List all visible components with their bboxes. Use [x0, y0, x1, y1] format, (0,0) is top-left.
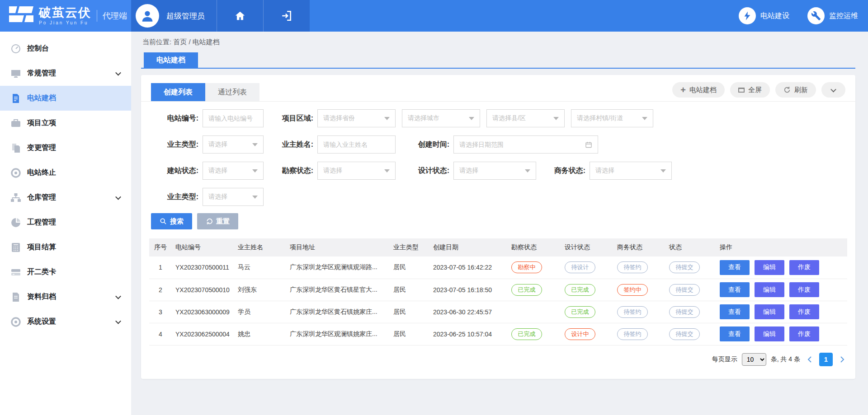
col-actions: 操作 [716, 238, 847, 256]
search-button[interactable]: 搜索 [151, 213, 192, 229]
sidebar-item-station-filing[interactable]: 电站建档 [0, 86, 131, 111]
view-button[interactable]: 查看 [720, 326, 750, 341]
province-select[interactable]: 请选择省份 [317, 109, 396, 127]
next-page-button[interactable] [837, 356, 847, 363]
nav-station-build[interactable]: 电站建设 [739, 7, 789, 24]
void-button[interactable]: 作废 [789, 260, 819, 275]
sidebar-item-warehouse-management[interactable]: 仓库管理 [0, 185, 131, 210]
sidebar-item-label: 控制台 [27, 44, 49, 53]
station-code-field [203, 109, 264, 127]
design-status-select[interactable]: 请选择 [453, 162, 536, 180]
chevron-down-icon [115, 293, 121, 299]
cell-code: YX2023063000009 [172, 301, 234, 323]
station-code-label: 电站编号: [155, 114, 203, 123]
user-name: 超级管理员 [166, 11, 205, 21]
brand-section: 破茧云伏 Po Jian Yun Fu 代理端 [0, 0, 131, 32]
collapse-filters-button[interactable] [821, 82, 845, 98]
create-time-field[interactable] [453, 135, 598, 154]
town-placeholder: 请选择村镇/街道 [577, 114, 623, 122]
edit-button[interactable]: 编辑 [755, 260, 784, 275]
home-button[interactable] [217, 0, 263, 32]
city-select[interactable]: 请选择城市 [402, 109, 480, 127]
cell-index: 1 [149, 256, 172, 279]
edit-button[interactable]: 编辑 [755, 326, 784, 341]
portal-label: 代理端 [103, 10, 127, 21]
col-index: 序号 [149, 238, 172, 256]
nav-monitor-ops[interactable]: 监控运维 [807, 7, 858, 24]
void-button[interactable]: 作废 [789, 304, 819, 319]
business-status-select[interactable]: 请选择 [590, 162, 672, 180]
main-content: 当前位置: 首页 / 电站建档 电站建档 创建列表 通过列表 + 电站建档 全屏 [131, 32, 868, 415]
date-range-input[interactable] [459, 141, 585, 148]
per-page-select[interactable]: 10 [742, 353, 766, 366]
sidebar-item-console[interactable]: 控制台 [0, 36, 131, 61]
cell-code: YX2023062500004 [172, 323, 234, 345]
brand-logo-icon [9, 6, 33, 26]
town-select[interactable]: 请选择村镇/街道 [571, 109, 653, 127]
survey-status-badge: 勘察中 [511, 261, 542, 273]
cell-type: 居民 [390, 279, 429, 301]
build-status-select[interactable]: 请选择 [203, 162, 264, 180]
copy-pages-icon [10, 142, 22, 154]
chevron-right-icon [839, 356, 845, 363]
sidebar-item-change-management[interactable]: 变更管理 [0, 135, 131, 160]
sidebar-item-system-settings[interactable]: 系统设置 [0, 309, 131, 334]
sidebar-item-engineering-management[interactable]: 工程管理 [0, 210, 131, 235]
view-button[interactable]: 查看 [720, 282, 750, 297]
tab-create-list[interactable]: 创建列表 [151, 83, 205, 101]
owner-type2-select[interactable]: 请选择 [203, 188, 264, 206]
breadcrumb-home[interactable]: 首页 [173, 38, 187, 46]
sidebar-item-station-termination[interactable]: 电站终止 [0, 160, 131, 185]
col-type: 业主类型 [390, 238, 429, 256]
reset-button[interactable]: 重置 [197, 213, 238, 229]
chevron-left-icon [807, 356, 813, 363]
tab-passed-list[interactable]: 通过列表 [205, 83, 259, 101]
station-code-input[interactable] [208, 115, 258, 122]
sidebar-item-project-initiation[interactable]: 项目立项 [0, 111, 131, 135]
void-button[interactable]: 作废 [789, 282, 819, 297]
cell-address: 广东深圳龙华区黄石镇姚家庄... [286, 301, 390, 323]
fullscreen-button[interactable]: 全屏 [730, 82, 770, 98]
owner-type2-label: 业主类型: [155, 192, 203, 202]
caret-down-icon [252, 143, 258, 146]
logout-button[interactable] [263, 0, 310, 32]
caret-down-icon [252, 169, 258, 173]
view-button[interactable]: 查看 [720, 304, 750, 319]
prev-page-button[interactable] [805, 356, 815, 363]
calculator-icon [10, 242, 22, 253]
refresh-button[interactable]: 刷新 [775, 82, 816, 98]
survey-status-select[interactable]: 请选择 [317, 162, 396, 180]
page-tab-underline [141, 68, 855, 69]
col-survey: 勘察状态 [508, 238, 561, 256]
col-created: 创建日期 [429, 238, 508, 256]
content-card: 创建列表 通过列表 + 电站建档 全屏 刷新 [141, 75, 855, 379]
sidebar-item-data-archive[interactable]: 资料归档 [0, 284, 131, 309]
edit-button[interactable]: 编辑 [755, 304, 784, 319]
sidebar-item-project-settlement[interactable]: 项目结算 [0, 235, 131, 260]
business-status-badge: 待签约 [617, 261, 648, 273]
cell-address: 广东深圳龙华区观澜镇姚家庄... [286, 323, 390, 345]
page-1-button[interactable]: 1 [819, 353, 833, 366]
owner-name-input[interactable] [323, 141, 390, 148]
view-button[interactable]: 查看 [720, 260, 750, 275]
survey-status-placeholder: 请选择 [323, 167, 342, 175]
void-button[interactable]: 作废 [789, 326, 819, 341]
col-owner: 业主姓名 [234, 238, 286, 256]
page-title-tab[interactable]: 电站建档 [144, 52, 198, 68]
table-header: 序号 电站编号 业主姓名 项目地址 业主类型 创建日期 勘察状态 设计状态 商务… [149, 238, 847, 256]
cell-owner: 刘强东 [234, 279, 286, 301]
sidebar-item-open-type2-card[interactable]: 开二类卡 [0, 260, 131, 284]
filter-buttons: 搜索 重置 [141, 213, 855, 229]
province-placeholder: 请选择省份 [323, 114, 355, 122]
owner-type-select[interactable]: 请选择 [203, 135, 264, 154]
user-chip[interactable]: 超级管理员 [131, 0, 217, 32]
edit-button[interactable]: 编辑 [755, 282, 784, 297]
status-badge: 待提交 [669, 261, 700, 273]
sidebar-item-general-management[interactable]: 常规管理 [0, 61, 131, 86]
add-station-button[interactable]: + 电站建档 [672, 82, 725, 98]
caret-down-icon [660, 169, 666, 173]
caret-down-icon [469, 117, 474, 120]
monitor-icon [10, 68, 22, 79]
owner-type2-placeholder: 请选择 [208, 193, 227, 201]
county-select[interactable]: 请选择县/区 [486, 109, 565, 127]
